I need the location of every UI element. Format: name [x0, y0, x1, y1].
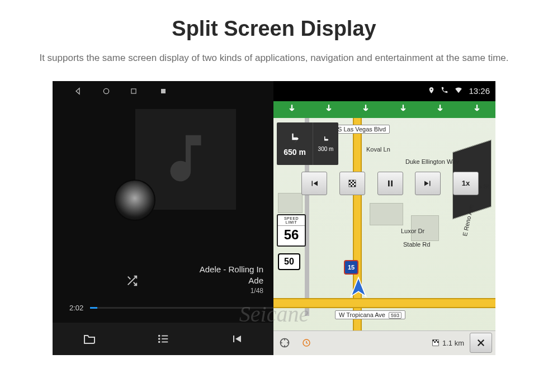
speed-limit-sign: SPEED LIMIT 56 — [277, 214, 306, 247]
lane-arrow-icon — [287, 103, 297, 116]
street-label: S Las Vegas Blvd — [334, 125, 390, 134]
location-icon — [428, 86, 435, 96]
lane-arrow-icon — [435, 103, 445, 116]
music-note-icon — [155, 127, 216, 191]
progress-slider[interactable] — [90, 307, 273, 309]
svg-rect-13 — [354, 182, 356, 183]
device-frame: Adele - Rolling In Ade 1/48 2:02 — [53, 81, 495, 355]
system-nav-bar — [53, 81, 273, 101]
street-label: Koval Ln — [366, 146, 390, 153]
track-artist: Ade — [53, 276, 263, 285]
clock-button[interactable] — [296, 338, 317, 348]
wifi-icon — [454, 86, 463, 96]
page-title: Split Screen Display — [0, 17, 548, 41]
player-bottom-bar — [53, 323, 273, 355]
speed-limit-label: SPEED LIMIT — [278, 215, 305, 226]
joystick-control[interactable] — [114, 180, 155, 221]
remaining-distance: 1.1 km — [426, 338, 470, 347]
svg-rect-26 — [437, 341, 439, 343]
screenshot-icon[interactable] — [160, 88, 167, 95]
page-subtitle: It supports the same screen display of t… — [22, 51, 526, 65]
map-building — [370, 203, 403, 225]
svg-rect-11 — [352, 180, 354, 182]
street-label: Stable Rd — [403, 241, 430, 248]
playlist-button[interactable] — [126, 323, 200, 355]
shuffle-icon[interactable] — [124, 275, 140, 289]
map-road — [273, 298, 495, 308]
map-building — [278, 193, 303, 213]
street-label: Duke Ellington Way — [405, 158, 459, 165]
compass-button[interactable] — [273, 337, 296, 348]
progress-fill — [90, 307, 97, 309]
next-track-button[interactable] — [415, 172, 441, 195]
lane-arrow-icon — [472, 103, 482, 116]
turn-main-distance: 650 m — [284, 148, 306, 157]
turn-left-icon — [287, 131, 303, 147]
destination-button[interactable] — [339, 172, 365, 195]
svg-rect-25 — [434, 341, 436, 343]
prev-track-button[interactable] — [301, 172, 327, 195]
svg-point-3 — [158, 335, 159, 336]
route-shield: 50 — [278, 253, 300, 270]
track-title: Adele - Rolling In — [53, 265, 263, 274]
elapsed-time: 2:02 — [69, 304, 83, 312]
svg-point-7 — [158, 341, 159, 342]
close-button[interactable] — [470, 333, 492, 353]
svg-rect-1 — [131, 88, 136, 93]
folder-button[interactable] — [53, 323, 126, 355]
map-media-controls: 1x — [301, 172, 479, 195]
turn-right-icon — [321, 135, 331, 145]
clock-text: 13:26 — [469, 86, 490, 96]
track-index: 1/48 — [53, 287, 263, 295]
recent-apps-icon[interactable] — [130, 87, 138, 95]
interstate-shield: 15 — [344, 260, 358, 275]
street-label: W Tropicana Ave 593 — [335, 310, 405, 319]
svg-rect-17 — [354, 185, 356, 187]
map-footer: 1.1 km — [273, 330, 495, 355]
progress-row: 2:02 — [69, 304, 273, 312]
navigation-pane: 13:26 650 m 300 m — [273, 81, 495, 355]
vehicle-cursor-icon — [347, 276, 370, 300]
svg-rect-24 — [436, 340, 437, 342]
svg-rect-18 — [388, 180, 390, 186]
svg-rect-19 — [391, 180, 393, 186]
svg-rect-14 — [349, 183, 351, 185]
speed-limit-value: 56 — [278, 226, 305, 243]
phone-icon — [441, 86, 448, 96]
playback-rate-button[interactable]: 1x — [453, 172, 479, 195]
map-road — [353, 118, 362, 355]
turn-secondary: 300 m — [313, 122, 338, 165]
home-icon[interactable] — [102, 87, 111, 96]
street-label: Luxor Dr — [401, 228, 424, 234]
previous-track-button[interactable] — [200, 323, 273, 355]
lane-guidance-bar — [273, 101, 495, 118]
turn-next-distance: 300 m — [318, 146, 334, 152]
lane-arrow-icon — [398, 103, 408, 116]
music-player-pane: Adele - Rolling In Ade 1/48 2:02 — [53, 81, 273, 355]
turn-primary: 650 m — [277, 122, 313, 165]
pause-button[interactable] — [377, 172, 403, 195]
svg-point-0 — [103, 88, 108, 93]
turn-guidance-card: 650 m 300 m — [277, 122, 338, 165]
status-bar: 13:26 — [273, 81, 495, 101]
svg-point-5 — [158, 338, 159, 339]
lane-arrow-icon — [361, 103, 371, 116]
svg-rect-23 — [433, 340, 434, 342]
svg-rect-15 — [352, 183, 354, 185]
svg-rect-10 — [349, 180, 351, 182]
lane-arrow-icon — [324, 103, 334, 116]
svg-rect-2 — [161, 89, 166, 93]
back-icon[interactable] — [74, 87, 83, 96]
svg-rect-12 — [351, 182, 352, 183]
svg-rect-16 — [351, 185, 352, 187]
